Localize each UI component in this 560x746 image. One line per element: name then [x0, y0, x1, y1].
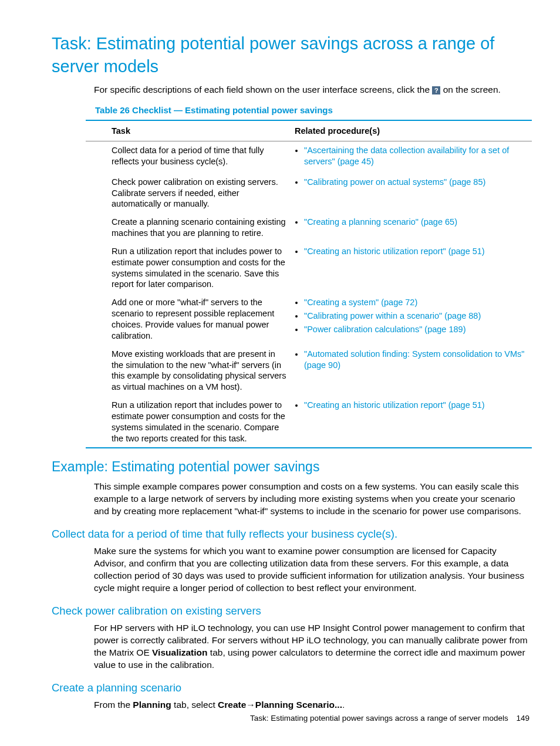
table-row: Move existing workloads that are present… — [86, 345, 532, 396]
section-collect-text: Make sure the systems for which you want… — [94, 545, 531, 595]
task-cell: Collect data for a period of time that f… — [86, 141, 292, 173]
page-number: 149 — [516, 714, 529, 723]
scenario-text-b: tab, select — [171, 700, 218, 710]
procedure-cell: "Creating an historic utilization report… — [292, 242, 532, 293]
section-calibration-heading: Check power calibration on existing serv… — [52, 604, 531, 619]
procedure-list: "Creating a planning scenario" (page 65) — [295, 217, 527, 228]
table-row: Run a utilization report that includes p… — [86, 396, 532, 448]
scenario-text-c: . — [342, 700, 345, 710]
procedure-item: "Power calibration calculations" (page 1… — [304, 324, 527, 335]
col-procedures: Related procedure(s) — [292, 120, 532, 141]
checklist-table: Task Related procedure(s) Collect data f… — [86, 120, 532, 448]
planning-scenario-bold: Planning Scenario... — [255, 700, 342, 710]
procedure-item: "Creating a system" (page 72) — [304, 297, 527, 308]
visualization-bold: Visualization — [152, 647, 207, 657]
procedure-item: "Creating an historic utilization report… — [304, 400, 527, 411]
procedure-link[interactable]: "Creating a system" (page 72) — [304, 298, 417, 307]
table-row: Create a planning scenario containing ex… — [86, 213, 532, 242]
intro-text-a: For specific descriptions of each field … — [94, 85, 432, 94]
table-header-row: Task Related procedure(s) — [86, 120, 532, 141]
table-caption: Table 26 Checklist — Estimating potentia… — [95, 104, 531, 116]
document-page: Task: Estimating potential power savings… — [0, 0, 560, 746]
intro-paragraph: For specific descriptions of each field … — [94, 84, 531, 96]
procedure-link[interactable]: "Creating an historic utilization report… — [304, 247, 485, 256]
task-cell: Check power calibration on existing serv… — [86, 173, 292, 214]
procedure-link[interactable]: "Ascertaining the data collection availa… — [304, 146, 509, 166]
section-scenario-body: From the Planning tab, select Create→Pla… — [94, 699, 531, 711]
arrow: → — [246, 700, 255, 710]
page-footer: Task: Estimating potential power savings… — [250, 713, 529, 724]
task-cell: Move existing workloads that are present… — [86, 345, 292, 396]
procedure-cell: "Ascertaining the data collection availa… — [292, 141, 532, 173]
table-row: Check power calibration on existing serv… — [86, 173, 532, 214]
procedure-list: "Calibrating power on actual systems" (p… — [295, 177, 527, 188]
procedure-item: "Automated solution finding: System cons… — [304, 349, 527, 371]
procedure-item: "Ascertaining the data collection availa… — [304, 145, 527, 167]
procedure-link[interactable]: "Creating an historic utilization report… — [304, 400, 485, 410]
col-task: Task — [86, 120, 292, 141]
planning-bold: Planning — [133, 700, 171, 710]
task-cell: Add one or more "what-if" servers to the… — [86, 293, 292, 345]
create-bold: Create — [218, 700, 246, 710]
page-title: Task: Estimating potential power savings… — [52, 32, 531, 78]
task-cell: Run a utilization report that includes p… — [86, 242, 292, 293]
procedure-list: "Automated solution finding: System cons… — [295, 349, 527, 371]
help-icon[interactable]: ? — [432, 86, 440, 94]
procedure-item: "Calibrating power on actual systems" (p… — [304, 177, 527, 188]
procedure-item: "Creating an historic utilization report… — [304, 246, 527, 257]
procedure-link[interactable]: "Creating a planning scenario" (page 65) — [304, 217, 457, 227]
table-row: Collect data for a period of time that f… — [86, 141, 532, 173]
task-cell: Run a utilization report that includes p… — [86, 396, 292, 448]
procedure-cell: "Creating a system" (page 72)"Calibratin… — [292, 293, 532, 345]
table-row: Run a utilization report that includes p… — [86, 242, 532, 293]
example-heading: Example: Estimating potential power savi… — [52, 458, 531, 476]
procedure-cell: "Calibrating power on actual systems" (p… — [292, 173, 532, 214]
procedure-cell: "Automated solution finding: System cons… — [292, 345, 532, 396]
procedure-link[interactable]: "Power calibration calculations" (page 1… — [304, 325, 465, 334]
section-scenario-heading: Create a planning scenario — [52, 681, 531, 696]
procedure-list: "Creating a system" (page 72)"Calibratin… — [295, 297, 527, 335]
procedure-list: "Creating an historic utilization report… — [295, 400, 527, 411]
procedure-link[interactable]: "Automated solution finding: System cons… — [304, 349, 524, 370]
procedure-list: "Ascertaining the data collection availa… — [295, 145, 527, 167]
task-cell: Create a planning scenario containing ex… — [86, 213, 292, 242]
table-row: Add one or more "what-if" servers to the… — [86, 293, 532, 345]
procedure-cell: "Creating a planning scenario" (page 65) — [292, 213, 532, 242]
footer-title: Task: Estimating potential power savings… — [250, 714, 508, 723]
procedure-item: "Creating a planning scenario" (page 65) — [304, 217, 527, 228]
procedure-list: "Creating an historic utilization report… — [295, 246, 527, 257]
procedure-item: "Calibrating power within a scenario" (p… — [304, 310, 527, 322]
section-calibration-body: For HP servers with HP iLO technology, y… — [94, 622, 531, 671]
section-collect-body: Make sure the systems for which you want… — [94, 545, 531, 595]
scenario-text-a: From the — [94, 700, 133, 710]
example-paragraph: This simple example compares power consu… — [94, 481, 531, 518]
procedure-link[interactable]: "Calibrating power within a scenario" (p… — [304, 311, 481, 320]
example-text: This simple example compares power consu… — [94, 481, 531, 518]
section-collect-heading: Collect data for a period of time that f… — [52, 527, 531, 542]
intro-text-b: on the screen. — [443, 85, 501, 94]
procedure-cell: "Creating an historic utilization report… — [292, 396, 532, 448]
procedure-link[interactable]: "Calibrating power on actual systems" (p… — [304, 177, 485, 187]
